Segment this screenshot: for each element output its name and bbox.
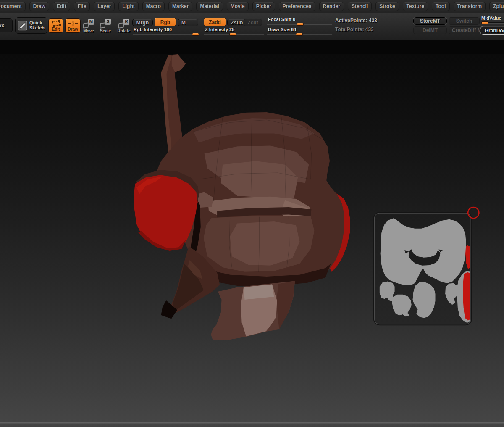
menu-render[interactable]: Render: [319, 2, 344, 11]
draw-size-slider[interactable]: Draw Size 64: [267, 27, 332, 34]
model-antenna-tip: [172, 54, 186, 72]
focal-shift-slider[interactable]: Focal Shift 0: [267, 17, 332, 24]
draw-crosshair-icon: [68, 20, 79, 27]
z-intensity-slider[interactable]: Z Intensity 25: [204, 27, 264, 34]
total-points-stat: TotalPoints: 433: [335, 26, 374, 32]
zcut-button[interactable]: Zcut: [244, 19, 262, 26]
rgb-intensity-value: 100: [164, 27, 172, 32]
menu-layer[interactable]: Layer: [94, 2, 115, 11]
menu-preferences[interactable]: Preferences: [279, 2, 315, 11]
document-canvas[interactable]: [0, 54, 504, 427]
midvalue-label: MidValue: [481, 16, 501, 21]
rgb-intensity-handle[interactable]: [192, 33, 199, 36]
midvalue-handle[interactable]: [481, 21, 488, 24]
focal-shift-handle[interactable]: [297, 23, 304, 26]
draw-size-handle[interactable]: [296, 33, 303, 36]
menu-movie[interactable]: Movie: [227, 2, 249, 11]
quick-sketch-brush-icon: [18, 20, 27, 31]
zbrush-window: Document Draw Edit File Layer Light Macr…: [0, 0, 504, 427]
delmt-button[interactable]: DelMT: [413, 26, 447, 34]
scale-label: Scale: [98, 29, 113, 33]
menu-file[interactable]: File: [74, 2, 90, 11]
menu-tool[interactable]: Tool: [432, 2, 449, 11]
move-label: Move: [81, 29, 96, 33]
top-shelf: LightBox Quick Sketch Edit: [0, 13, 504, 41]
canvas-graphics: [0, 54, 504, 427]
menu-draw[interactable]: Draw: [29, 2, 49, 11]
rotate-letter: R: [123, 19, 129, 25]
scale-button[interactable]: S Scale: [98, 19, 113, 33]
menu-light[interactable]: Light: [118, 2, 138, 11]
menu-texture[interactable]: Texture: [403, 2, 428, 11]
draw-label: Draw: [68, 27, 78, 32]
grabdoc-button[interactable]: GrabDoc: [480, 26, 504, 35]
rotate-button[interactable]: R Rotate: [117, 19, 131, 33]
z-intensity-label: Z Intensity: [205, 27, 228, 32]
quick-sketch-label: Quick Sketch: [29, 21, 45, 30]
menu-picker[interactable]: Picker: [252, 2, 275, 11]
model-3d[interactable]: [134, 54, 350, 340]
z-intensity-value: 25: [229, 27, 234, 32]
edit-button[interactable]: Edit: [48, 18, 63, 33]
focal-shift-value: 0: [293, 17, 295, 22]
move-button[interactable]: M Move: [81, 19, 96, 33]
switch-button[interactable]: Switch: [449, 17, 480, 25]
menu-marker[interactable]: Marker: [168, 2, 192, 11]
menu-stroke[interactable]: Stroke: [375, 2, 399, 11]
draw-size-label: Draw Size: [268, 27, 290, 32]
red-ring-indicator: [468, 207, 479, 218]
draw-size-value: 64: [291, 27, 296, 32]
focal-shift-label: Focal Shift: [268, 17, 291, 22]
menu-zplugin[interactable]: Zplugin: [489, 2, 504, 11]
menu-macro[interactable]: Macro: [142, 2, 165, 11]
rgb-intensity-label: Rgb Intensity: [134, 27, 163, 32]
rgb-button[interactable]: Rgb: [155, 18, 176, 26]
edit-label: Edit: [52, 27, 60, 32]
rgb-intensity-slider[interactable]: Rgb Intensity 100: [133, 27, 198, 34]
menu-bar: Document Draw Edit File Layer Light Macr…: [0, 0, 504, 13]
active-points-stat: ActivePoints: 433: [335, 18, 377, 24]
window-bottom-edge: [0, 422, 504, 427]
creatediff-button[interactable]: CreateDiff M: [449, 26, 481, 34]
menu-document[interactable]: Document: [0, 2, 26, 11]
menu-transform[interactable]: Transform: [454, 2, 486, 11]
rotate-label: Rotate: [117, 29, 131, 33]
texture-preview-panel[interactable]: [374, 213, 471, 324]
quick-sketch-button[interactable]: Quick Sketch: [15, 17, 47, 34]
menu-edit[interactable]: Edit: [53, 2, 70, 11]
midvalue-slider[interactable]: MidValue: [481, 16, 504, 23]
draw-button[interactable]: Draw: [65, 18, 81, 33]
m-button[interactable]: M: [178, 19, 198, 26]
mrgb-button[interactable]: Mrgb: [132, 19, 153, 26]
move-letter: M: [88, 19, 94, 25]
menu-material[interactable]: Material: [196, 2, 223, 11]
scale-letter: S: [105, 19, 111, 25]
rgb-intensity-track[interactable]: [133, 34, 198, 34]
storemt-button[interactable]: StoreMT: [413, 17, 447, 25]
zadd-button[interactable]: Zadd: [204, 18, 226, 26]
model-neck-dark: [277, 281, 295, 329]
lightbox-button[interactable]: LightBox: [0, 18, 13, 32]
edit-marquee-icon: [50, 20, 61, 27]
menu-stencil[interactable]: Stencil: [348, 2, 372, 11]
document-gap: [0, 40, 504, 54]
z-intensity-handle[interactable]: [229, 33, 236, 36]
